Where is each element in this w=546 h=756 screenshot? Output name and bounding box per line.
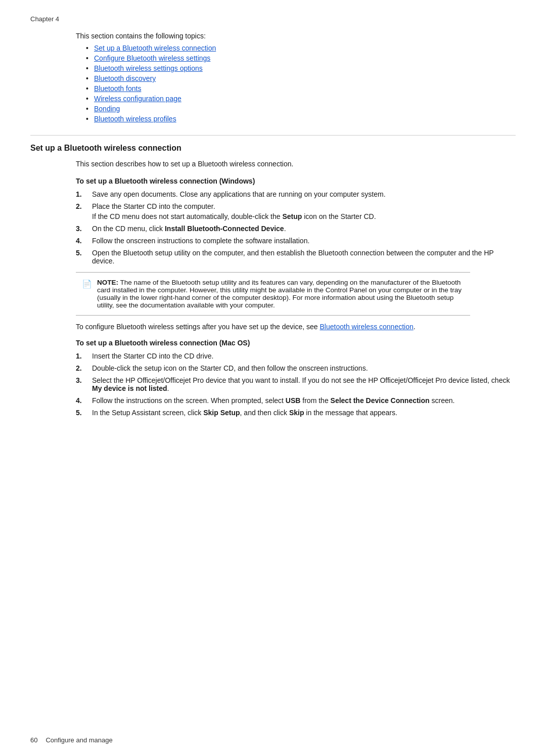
bluetooth-wireless-link[interactable]: Bluetooth wireless connection <box>320 323 414 331</box>
step-m3-text: Select the HP Officejet/Officejet Pro de… <box>92 376 516 392</box>
note-label: NOTE: <box>97 279 118 286</box>
step-m5: 5. In the Setup Assistant screen, click … <box>76 409 516 417</box>
toc-item-1[interactable]: Set up a Bluetooth wireless connection <box>86 44 516 52</box>
toc-link-discovery[interactable]: Bluetooth discovery <box>94 74 156 82</box>
toc-item-7[interactable]: Bonding <box>86 105 516 113</box>
step-m5-text: In the Setup Assistant screen, click Ski… <box>92 409 516 417</box>
note-icon: 📄 <box>82 279 92 309</box>
toc-list: Set up a Bluetooth wireless connection C… <box>86 44 516 123</box>
section1-heading: Set up a Bluetooth wireless connection <box>30 135 516 153</box>
mac-steps: 1. Insert the Starter CD into the CD dri… <box>76 352 516 417</box>
section1-intro: This section describes how to set up a B… <box>76 160 516 168</box>
toc-link-wirelessconfig[interactable]: Wireless configuration page <box>94 95 181 103</box>
intro-text: This section contains the following topi… <box>76 32 516 40</box>
toc-link-configure[interactable]: Configure Bluetooth wireless settings <box>94 54 210 62</box>
toc-link-profiles[interactable]: Bluetooth wireless profiles <box>94 115 176 123</box>
toc-item-2[interactable]: Configure Bluetooth wireless settings <box>86 54 516 62</box>
step-m2-text: Double-click the setup icon on the Start… <box>92 364 516 372</box>
toc-item-3[interactable]: Bluetooth wireless settings options <box>86 64 516 72</box>
step-m2: 2. Double-click the setup icon on the St… <box>76 364 516 372</box>
footer-page-number: 60 <box>30 736 37 744</box>
step-w2-text: Place the Starter CD into the computer. <box>92 202 516 210</box>
step-m1: 1. Insert the Starter CD into the CD dri… <box>76 352 516 360</box>
windows-steps: 1. Save any open documents. Close any ap… <box>76 190 516 265</box>
toc-item-8[interactable]: Bluetooth wireless profiles <box>86 115 516 123</box>
step-w2: 2. Place the Starter CD into the compute… <box>76 202 516 220</box>
toc-item-6[interactable]: Wireless configuration page <box>86 95 516 103</box>
windows-heading: To set up a Bluetooth wireless connectio… <box>76 177 516 185</box>
toc-link-options[interactable]: Bluetooth wireless settings options <box>94 64 203 72</box>
note-box: 📄 NOTE: The name of the Bluetooth setup … <box>76 272 470 316</box>
chapter-label: Chapter 4 <box>30 15 516 23</box>
footer: 60 Configure and manage <box>30 736 516 744</box>
page: Chapter 4 This section contains the foll… <box>0 0 546 756</box>
toc-item-5[interactable]: Bluetooth fonts <box>86 84 516 93</box>
toc-item-4[interactable]: Bluetooth discovery <box>86 74 516 82</box>
toc-link-setup[interactable]: Set up a Bluetooth wireless connection <box>94 44 216 52</box>
step-w1-text: Save any open documents. Close any appli… <box>92 190 516 198</box>
step-w3: 3. On the CD menu, click Install Bluetoo… <box>76 225 516 233</box>
step-m4-text: Follow the instructions on the screen. W… <box>92 396 516 405</box>
step-w1: 1. Save any open documents. Close any ap… <box>76 190 516 198</box>
note-content: NOTE: The name of the Bluetooth setup ut… <box>97 279 464 309</box>
step-w3-text: On the CD menu, click Install Bluetooth-… <box>92 225 516 233</box>
note-text: The name of the Bluetooth setup utility … <box>97 279 462 309</box>
configure-note: To configure Bluetooth wireless settings… <box>76 323 516 331</box>
step-m1-text: Insert the Starter CD into the CD drive. <box>92 352 516 360</box>
step-m3: 3. Select the HP Officejet/Officejet Pro… <box>76 376 516 392</box>
step-m4: 4. Follow the instructions on the screen… <box>76 396 516 405</box>
toc-link-bonding[interactable]: Bonding <box>94 105 120 113</box>
footer-label: Configure and manage <box>46 736 112 744</box>
step-w5: 5. Open the Bluetooth setup utility on t… <box>76 249 516 265</box>
step-w4-text: Follow the onscreen instructions to comp… <box>92 237 516 245</box>
configure-posttext: . <box>414 323 416 331</box>
step-w2-subtext: If the CD menu does not start automatica… <box>92 212 516 220</box>
step-w4: 4. Follow the onscreen instructions to c… <box>76 237 516 245</box>
toc-link-fonts[interactable]: Bluetooth fonts <box>94 84 141 93</box>
configure-pretext: To configure Bluetooth wireless settings… <box>76 323 320 331</box>
step-w5-text: Open the Bluetooth setup utility on the … <box>92 249 516 265</box>
mac-heading: To set up a Bluetooth wireless connectio… <box>76 339 516 347</box>
